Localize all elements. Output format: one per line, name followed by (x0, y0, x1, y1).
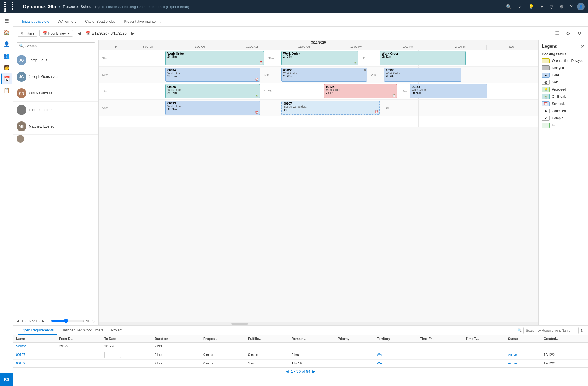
app-launcher[interactable] (3, 1, 20, 13)
territory-link[interactable]: WA (377, 353, 382, 357)
collapse-icon[interactable]: ▽ (92, 319, 95, 323)
cell-priority (335, 350, 374, 360)
legend-label: Soft (552, 80, 558, 84)
booking-block[interactable]: Work Order 2h 38m ⏰ (165, 51, 264, 65)
prev-date-button[interactable]: ◀ (75, 29, 84, 38)
booking-block[interactable]: 00122 Work Order 2h 23m ✕ (281, 68, 367, 82)
tab-wa-territory[interactable]: WA territory (54, 17, 81, 26)
avatar: JG (17, 55, 26, 65)
sidebar-home-icon[interactable]: 🏠 (1, 27, 12, 38)
breadcrumb-rs[interactable]: Resource Scheduling (102, 5, 136, 9)
booking-block[interactable]: Work Order 2h 31m (380, 51, 466, 65)
filters-button[interactable]: ▽ Filters (18, 30, 37, 37)
zoom-range[interactable] (51, 319, 84, 323)
tab-more[interactable]: ... (165, 18, 172, 26)
sidebar-schedule-icon[interactable]: 📅 (1, 73, 12, 84)
cell-status[interactable]: Active (505, 360, 541, 367)
gap-label: 11 (363, 57, 366, 60)
add-icon[interactable]: + (538, 2, 545, 11)
next-page-btn[interactable]: ▶ (312, 369, 316, 374)
legend-panel: Legend ✕ Booking Status Wrench time Dela… (538, 40, 588, 325)
status-link[interactable]: Active (508, 361, 517, 365)
sidebar-menu-icon[interactable]: ☰ (1, 15, 12, 27)
bb-sub: Work Order (412, 88, 485, 91)
resource-item[interactable]: ? (13, 135, 98, 143)
tab-preventative[interactable]: Preventative mainten... (119, 17, 165, 26)
booking-block[interactable]: 00158 Work Order 2h 26m (410, 84, 487, 98)
cell-territory[interactable]: WA (374, 360, 417, 367)
search-nav-icon[interactable]: 🔍 (504, 2, 514, 11)
cell-name[interactable]: Southri... (13, 343, 56, 350)
settings-icon[interactable]: ⚙ (557, 2, 566, 11)
bb-title: Work Order (283, 52, 357, 55)
resource-item[interactable]: KN Kris Nakamura (13, 85, 98, 102)
booking-block[interactable]: 00134 Work Order 2h 16m ⏰ (165, 68, 260, 82)
bottom-refresh-button[interactable]: ↻ (580, 328, 584, 333)
cell-territory[interactable]: WA (374, 350, 417, 360)
hourly-view-button[interactable]: 📅 Hourly view ▾ (39, 30, 73, 37)
bottom-tab-project[interactable]: Project (107, 326, 126, 335)
resource-item[interactable]: JG Joseph Gonsalves (13, 68, 98, 85)
booking-block[interactable]: 00138 Work Order 2h 20m (384, 68, 461, 82)
tab-city-seattle[interactable]: City of Seattle jobs (81, 17, 119, 26)
booking-block[interactable]: 00125 Work Order 2h 16m 🍵 (165, 84, 260, 98)
prev-page-btn[interactable]: ◀ (286, 369, 289, 374)
bb-dur: 2h 16m (167, 91, 258, 94)
legend-close-button[interactable]: ✕ (581, 43, 585, 49)
filter-icon[interactable]: ▽ (547, 2, 555, 11)
booking-block[interactable]: 00107 msdyn_workorder... 2h ⏰ 11:30 AM -… (281, 101, 380, 115)
sidebar-contacts-icon[interactable]: 👤 (1, 39, 12, 50)
user-avatar[interactable]: 👤 (577, 3, 585, 10)
bb-copy-icon: 📋 (392, 94, 395, 97)
resource-item[interactable]: ME Matthew Everson (13, 118, 98, 135)
cell-status[interactable]: Active (505, 350, 541, 360)
territory-link[interactable]: WA (377, 361, 382, 365)
next-page-btn[interactable]: ▶ (42, 319, 45, 323)
cell-from (56, 360, 101, 367)
settings-board-icon[interactable]: ⚙ (564, 29, 573, 38)
cell-duration: 2 hrs (152, 343, 201, 350)
bottom-tab-open-req[interactable]: Open Requirements (18, 326, 57, 335)
checklist-icon[interactable]: ✓ (516, 2, 524, 11)
bb-tea-icon: 🍵 (255, 94, 258, 97)
cell-created: 12/12/2... (541, 350, 588, 360)
help-icon[interactable]: ? (568, 2, 575, 11)
sidebar-people-icon[interactable]: 🧑 (1, 62, 12, 73)
search-input[interactable] (25, 44, 93, 48)
tab-initial-public-view[interactable]: Initial public view (18, 17, 54, 26)
status-link[interactable]: Active (508, 353, 517, 357)
col-duration[interactable]: Duration (152, 335, 201, 343)
cell-remaining: 1 hr 59 (289, 360, 335, 367)
avatar: KN (17, 88, 26, 98)
cell-name[interactable]: 00109 (13, 360, 56, 367)
booking-block[interactable]: 00133 Work Order 2h 27m ⏰ (165, 101, 260, 115)
row-link[interactable]: 00109 (16, 361, 25, 365)
view-toggle-icon[interactable]: ☰ (553, 29, 562, 38)
zoom-slider[interactable]: 90 (51, 319, 90, 323)
cancel-icon[interactable]: ✕ (364, 68, 366, 72)
row-link[interactable]: Southri... (16, 344, 29, 348)
brand-chevron[interactable]: ▾ (59, 5, 60, 8)
resource-item[interactable]: JG Jorge Gault (13, 52, 98, 68)
bottom-search-input[interactable] (523, 327, 579, 334)
bottom-tab-unscheduled[interactable]: Unscheduled Work Orders (57, 326, 107, 335)
h-scrollbar[interactable] (99, 322, 538, 325)
cell-priority (335, 343, 374, 350)
zoom-value: 90 (86, 319, 90, 323)
sidebar-list-icon[interactable]: 📋 (1, 85, 12, 96)
bulb-icon[interactable]: 💡 (526, 2, 536, 11)
refresh-board-icon[interactable]: ↻ (575, 29, 584, 38)
search-input-wrap[interactable]: 🔍 (17, 42, 95, 49)
booking-block[interactable]: 00123 Work Order 2h 17m 📋 (324, 84, 397, 98)
booking-block[interactable]: Work Order 2h 24m 🍵 (281, 51, 359, 65)
next-date-button[interactable]: ▶ (128, 29, 137, 38)
resource-item[interactable]: LL Luke Lundgren (13, 102, 98, 118)
rs-badge: RS (0, 373, 13, 386)
col-created: Created... (541, 335, 588, 343)
prev-page-btn[interactable]: ◀ (17, 319, 19, 323)
table-row: 00109 2 hrs 0 mins 1 min 1 hr 59 WA (13, 360, 588, 367)
sidebar-accounts-icon[interactable]: 👥 (1, 50, 12, 61)
cell-name[interactable]: 00107 (13, 350, 56, 360)
row-link[interactable]: 00107 (16, 353, 25, 357)
col-status: Status (505, 335, 541, 343)
